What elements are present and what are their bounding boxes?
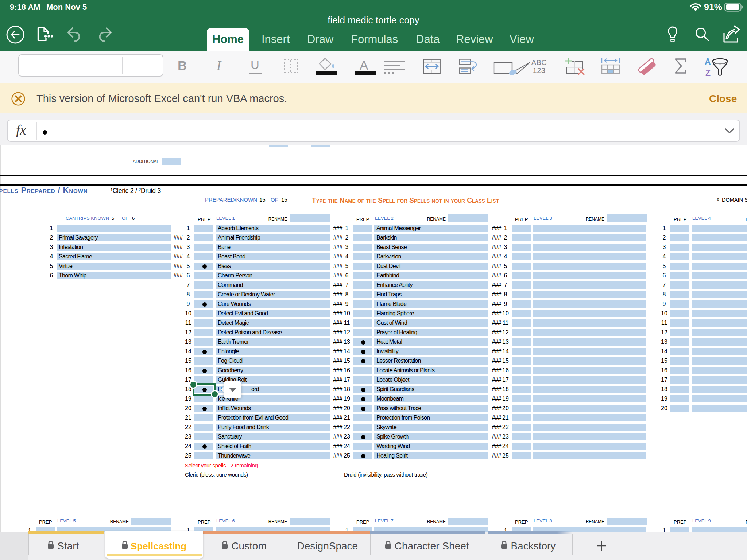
svg-text:Z: Z — [705, 68, 711, 77]
svg-text:A: A — [705, 57, 711, 66]
